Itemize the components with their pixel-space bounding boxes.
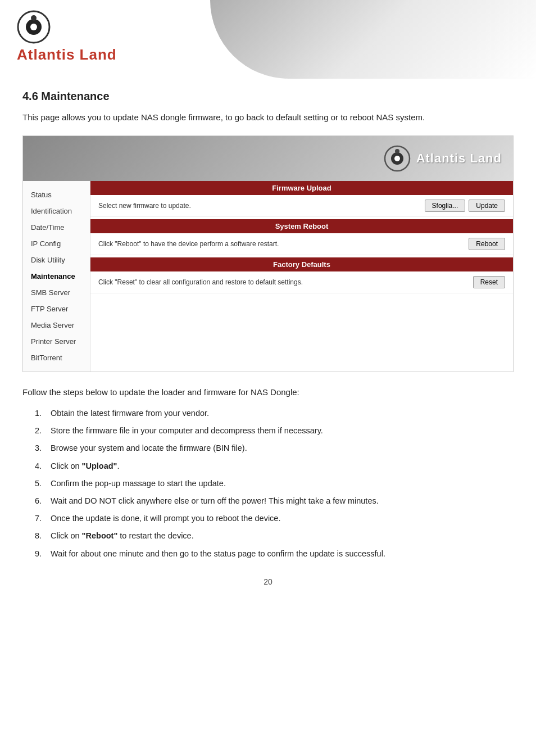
- header: Atlantis Land: [0, 0, 536, 79]
- svg-point-6: [394, 156, 400, 161]
- step-item-9: 9.Wait for about one minute and then go …: [22, 547, 514, 560]
- panel-logo-area: Atlantis Land: [384, 145, 502, 172]
- panel-body: StatusIdentificationDate/TimeIP ConfigDi…: [23, 181, 513, 372]
- steps-list: 1.Obtain the latest firmware from your v…: [22, 407, 514, 560]
- step-number-3: 3.: [22, 442, 51, 455]
- factory-defaults-controls: Reset: [473, 276, 505, 288]
- reset-button[interactable]: Reset: [473, 276, 505, 288]
- intro-text: This page allows you to update NAS dongl…: [22, 111, 514, 124]
- panel-logo-icon: [384, 145, 411, 172]
- update-button[interactable]: Update: [469, 200, 505, 212]
- svg-point-7: [395, 149, 399, 153]
- factory-defaults-block: Factory Defaults Click "Reset" to clear …: [90, 257, 513, 293]
- step-text-2: Store the firmware file in your computer…: [51, 424, 514, 437]
- step-text-9: Wait for about one minute and then go to…: [51, 547, 514, 560]
- sidebar-item-printer-server[interactable]: Printer Server: [23, 333, 90, 350]
- sidebar: StatusIdentificationDate/TimeIP ConfigDi…: [23, 181, 90, 372]
- step-text-3: Browse your system and locate the firmwa…: [51, 442, 514, 455]
- logo-text: Atlantis Land: [17, 46, 117, 64]
- sidebar-item-smb-server[interactable]: SMB Server: [23, 284, 90, 301]
- sidebar-item-identification[interactable]: Identification: [23, 203, 90, 219]
- sidebar-item-ip-config[interactable]: IP Config: [23, 236, 90, 252]
- sidebar-item-ftp-server[interactable]: FTP Server: [23, 301, 90, 317]
- browse-button[interactable]: Sfoglia...: [425, 200, 466, 212]
- system-reboot-body: Click "Reboot" to have the device perfor…: [90, 233, 513, 255]
- step-item-2: 2.Store the firmware file in your comput…: [22, 424, 514, 437]
- step-number-7: 7.: [22, 512, 51, 525]
- step-text-8: Click on "Reboot" to restart the device.: [51, 529, 514, 542]
- factory-defaults-desc: Click "Reset" to clear all configuration…: [98, 278, 473, 286]
- factory-defaults-title: Factory Defaults: [90, 257, 513, 271]
- sidebar-item-media-server[interactable]: Media Server: [23, 317, 90, 333]
- step-text-6: Wait and DO NOT click anywhere else or t…: [51, 495, 514, 508]
- ui-panel: Atlantis Land StatusIdentificationDate/T…: [22, 135, 514, 372]
- step-item-3: 3.Browse your system and locate the firm…: [22, 442, 514, 455]
- step-text-5: Confirm the pop-up massage to start the …: [51, 477, 514, 490]
- step-text-1: Obtain the latest firmware from your ven…: [51, 407, 514, 420]
- step-item-5: 5.Confirm the pop-up massage to start th…: [22, 477, 514, 490]
- firmware-upload-controls: Sfoglia... Update: [425, 200, 505, 212]
- step-number-6: 6.: [22, 495, 51, 508]
- system-reboot-controls: Reboot: [469, 238, 505, 250]
- sidebar-item-maintenance[interactable]: Maintenance: [23, 268, 90, 284]
- sidebar-item-disk-utility[interactable]: Disk Utility: [23, 252, 90, 268]
- step-number-5: 5.: [22, 477, 51, 490]
- factory-defaults-body: Click "Reset" to clear all configuration…: [90, 271, 513, 293]
- logo-text-part1: Atlantis: [17, 46, 75, 63]
- step-text-4: Click on "Upload".: [51, 460, 514, 473]
- panel-header: Atlantis Land: [23, 136, 513, 181]
- header-curve: [210, 0, 536, 79]
- sidebar-item-bittorrent[interactable]: BitTorrent: [23, 350, 90, 366]
- atlantis-logo-icon: [17, 10, 51, 44]
- step-item-7: 7.Once the update is done, it will promp…: [22, 512, 514, 525]
- logo-area: Atlantis Land: [17, 10, 117, 64]
- svg-point-3: [31, 15, 37, 21]
- step-item-4: 4.Click on "Upload".: [22, 460, 514, 473]
- logo-text-part2: Land: [75, 46, 116, 63]
- firmware-upload-title: Firmware Upload: [90, 181, 513, 195]
- firmware-upload-block: Firmware Upload Select new firmware to u…: [90, 181, 513, 217]
- step-number-8: 8.: [22, 529, 51, 542]
- svg-point-2: [30, 24, 37, 30]
- system-reboot-title: System Reboot: [90, 219, 513, 233]
- sidebar-item-date/time[interactable]: Date/Time: [23, 219, 90, 236]
- sidebar-item-status[interactable]: Status: [23, 187, 90, 203]
- step-item-1: 1.Obtain the latest firmware from your v…: [22, 407, 514, 420]
- step-number-1: 1.: [22, 407, 51, 420]
- system-reboot-desc: Click "Reboot" to have the device perfor…: [98, 240, 469, 248]
- step-item-6: 6.Wait and DO NOT click anywhere else or…: [22, 495, 514, 508]
- step-number-9: 9.: [22, 547, 51, 560]
- panel-logo-text: Atlantis Land: [416, 151, 502, 166]
- reboot-button[interactable]: Reboot: [469, 238, 505, 250]
- step-number-4: 4.: [22, 460, 51, 473]
- section-title: 4.6 Maintenance: [22, 90, 514, 103]
- step-number-2: 2.: [22, 424, 51, 437]
- main-content: 4.6 Maintenance This page allows you to …: [0, 79, 536, 609]
- firmware-upload-body: Select new firmware to update. Sfoglia..…: [90, 195, 513, 217]
- page-number: 20: [22, 577, 514, 586]
- follow-text: Follow the steps below to update the loa…: [22, 386, 514, 399]
- step-item-8: 8.Click on "Reboot" to restart the devic…: [22, 529, 514, 542]
- firmware-upload-desc: Select new firmware to update.: [98, 202, 425, 210]
- step-text-7: Once the update is done, it will prompt …: [51, 512, 514, 525]
- content-area: Firmware Upload Select new firmware to u…: [90, 181, 513, 372]
- system-reboot-block: System Reboot Click "Reboot" to have the…: [90, 219, 513, 255]
